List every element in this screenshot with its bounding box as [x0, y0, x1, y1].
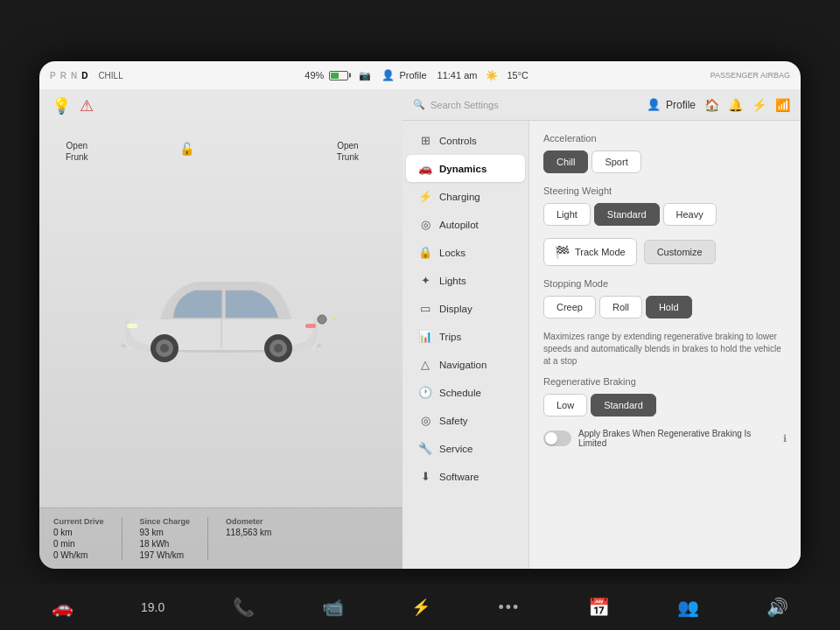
- menu-item-software[interactable]: ⬇ Software: [406, 463, 525, 490]
- open-trunk-label[interactable]: Open Trunk: [337, 140, 359, 163]
- service-icon: 🔧: [418, 442, 432, 455]
- customize-btn[interactable]: Customize: [644, 240, 716, 264]
- regen-braking-buttons: Low Standard: [543, 394, 787, 416]
- since-charge-label: Since Charge: [140, 517, 191, 526]
- acceleration-title: Acceleration: [543, 133, 787, 144]
- battery-fill: [331, 73, 339, 79]
- navigation-icon: △: [418, 358, 432, 371]
- menu-item-schedule-label: Schedule: [439, 388, 481, 398]
- bell-icon[interactable]: 🔔: [728, 98, 743, 112]
- steering-light-btn[interactable]: Light: [543, 203, 591, 226]
- signal-icon[interactable]: 📶: [775, 98, 790, 112]
- menu-item-locks[interactable]: 🔒 Locks: [406, 239, 525, 266]
- current-drive-min: 0 min: [53, 539, 104, 549]
- bluetooth-nav-icon[interactable]: ⚡: [752, 98, 766, 112]
- menu-item-controls[interactable]: ⊞ Controls: [406, 127, 525, 154]
- apply-brakes-row: Apply Brakes When Regenerative Braking I…: [543, 429, 787, 448]
- menu-item-safety[interactable]: ◎ Safety: [406, 407, 525, 434]
- stopping-mode-buttons: Creep Roll Hold: [543, 296, 787, 318]
- taskbar-more-icon[interactable]: •••: [498, 598, 520, 617]
- locks-icon: 🔒: [418, 246, 432, 259]
- lights-icon: ✦: [418, 274, 432, 287]
- since-charge-km: 93 km: [140, 528, 191, 537]
- camera-icon: 📷: [359, 70, 371, 81]
- lock-icon[interactable]: 🔓: [179, 142, 194, 156]
- track-mode-btn[interactable]: 🏁 Track Mode: [543, 238, 637, 266]
- track-mode-icon: 🏁: [555, 245, 570, 259]
- menu-item-trips[interactable]: 📊 Trips: [406, 323, 525, 350]
- menu-item-charging[interactable]: ⚡ Charging: [406, 183, 525, 210]
- right-panel: 🔍 Search Settings 👤 Profile 🏠 🔔 ⚡ 📶: [402, 89, 801, 569]
- weather-icon: ☀️: [486, 70, 498, 81]
- menu-item-dynamics[interactable]: 🚗 Dynamics: [406, 155, 525, 182]
- svg-rect-10: [305, 324, 316, 328]
- menu-item-lights-label: Lights: [439, 276, 466, 286]
- search-area[interactable]: 🔍 Search Settings: [413, 99, 638, 110]
- taskbar-camera-icon[interactable]: 📹: [322, 597, 344, 618]
- profile-nav[interactable]: 👤 Profile: [647, 98, 696, 111]
- since-charge-stat: Since Charge 93 km 18 kWh 197 Wh/km: [140, 517, 191, 560]
- drive-mode-badge: CHILL: [98, 71, 122, 80]
- menu-item-navigation[interactable]: △ Navigation: [406, 351, 525, 378]
- car-area: Open Frunk 🔓 Open Trunk: [39, 122, 402, 508]
- apply-brakes-info-icon[interactable]: ℹ: [783, 433, 787, 444]
- stat-divider-1: [122, 517, 122, 560]
- steering-heavy-btn[interactable]: Heavy: [663, 203, 717, 226]
- menu-item-schedule[interactable]: 🕐 Schedule: [406, 379, 525, 406]
- regen-standard-btn[interactable]: Standard: [591, 394, 656, 416]
- home-icon[interactable]: 🏠: [704, 98, 719, 112]
- profile-area[interactable]: 👤 Profile: [382, 69, 426, 81]
- menu-item-autopilot-label: Autopilot: [439, 220, 479, 230]
- battery-icon: [329, 71, 348, 80]
- status-bar: P R N D CHILL 49% 📷 👤 Profile 11:41 am ☀…: [39, 61, 801, 89]
- stopping-roll-btn[interactable]: Roll: [599, 296, 642, 318]
- stats-bar: Current Drive 0 km 0 min 0 Wh/km Since C…: [39, 508, 402, 569]
- taskbar-car-icon[interactable]: 🚗: [52, 597, 74, 618]
- acceleration-sport-btn[interactable]: Sport: [592, 150, 640, 173]
- headlights-icon: 💡: [52, 96, 71, 116]
- menu-item-charging-label: Charging: [439, 192, 480, 202]
- taskbar-bluetooth-icon[interactable]: ⚡: [411, 598, 430, 617]
- stopping-creep-btn[interactable]: Creep: [543, 296, 596, 318]
- menu-item-service[interactable]: 🔧 Service: [406, 435, 525, 462]
- acceleration-chill-btn[interactable]: Chill: [543, 150, 588, 173]
- current-drive-label: Current Drive: [53, 517, 104, 526]
- regen-low-btn[interactable]: Low: [543, 394, 587, 416]
- open-frunk-label[interactable]: Open Frunk: [66, 140, 88, 163]
- autopilot-icon: ◎: [418, 218, 432, 231]
- nav-icons: 🏠 🔔 ⚡ 📶: [704, 98, 790, 112]
- steering-standard-btn[interactable]: Standard: [594, 203, 660, 226]
- clock: 11:41 am: [438, 70, 478, 81]
- airbag-notice: PASSENGER AIRBAG: [710, 71, 790, 80]
- menu-item-controls-label: Controls: [439, 136, 477, 146]
- stopping-mode-desc: Maximizes range by extending regenerativ…: [543, 331, 787, 368]
- since-charge-kwh: 18 kWh: [140, 539, 191, 549]
- taskbar-volume-icon[interactable]: 🔊: [766, 597, 788, 618]
- gear-r: R: [60, 71, 66, 80]
- current-drive-km: 0 km: [53, 528, 104, 537]
- menu-item-lights[interactable]: ✦ Lights: [406, 267, 525, 294]
- taskbar-calendar-icon[interactable]: 📅: [588, 597, 610, 618]
- controls-icon: ⊞: [418, 134, 432, 147]
- menu-item-display-label: Display: [439, 304, 472, 314]
- gear-n: N: [71, 71, 77, 80]
- regen-braking-title: Regenerative Braking: [543, 376, 787, 387]
- stopping-hold-btn[interactable]: Hold: [646, 296, 692, 318]
- apply-brakes-toggle[interactable]: [543, 430, 571, 446]
- temperature: 15°C: [507, 70, 528, 81]
- menu-item-software-label: Software: [439, 472, 479, 482]
- taskbar-phone-icon[interactable]: 📞: [233, 597, 255, 618]
- menu-item-display[interactable]: ▭ Display: [406, 295, 525, 322]
- dynamics-icon: 🚗: [418, 162, 432, 175]
- warning-icon: ⚠: [80, 96, 94, 116]
- settings-panel: Acceleration Chill Sport Steering Weight…: [529, 121, 801, 569]
- safety-icon: ◎: [418, 414, 432, 427]
- time-temp-area: 11:41 am ☀️ 15°C: [438, 70, 528, 81]
- acceleration-buttons: Chill Sport: [543, 150, 787, 173]
- menu-item-autopilot[interactable]: ◎ Autopilot: [406, 211, 525, 238]
- taskbar-apps-icon[interactable]: 👥: [677, 597, 699, 618]
- battery-area: 49%: [304, 70, 348, 80]
- profile-nav-label: Profile: [666, 99, 696, 111]
- stopping-mode-title: Stopping Mode: [543, 278, 787, 289]
- trips-icon: 📊: [418, 330, 432, 343]
